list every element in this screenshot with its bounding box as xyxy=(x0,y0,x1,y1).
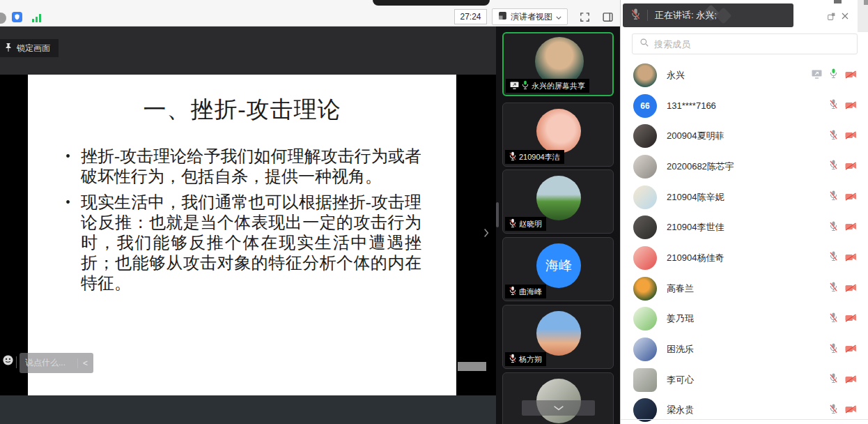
avatar xyxy=(633,277,657,301)
tile-label: 杨方朔 xyxy=(505,352,546,366)
mic-muted-icon[interactable] xyxy=(830,160,837,173)
camera-off-icon[interactable] xyxy=(845,191,857,204)
member-row[interactable]: 210904李世佳 xyxy=(621,212,868,243)
chevron-down-icon xyxy=(556,12,561,22)
member-row[interactable]: 困洗乐 xyxy=(621,334,868,365)
avatar xyxy=(633,368,657,392)
member-row[interactable]: 高春兰 xyxy=(621,273,868,304)
mic-muted-icon[interactable] xyxy=(830,312,837,326)
tile-name: 永兴的屏幕共享 xyxy=(532,81,585,91)
panel-footer-divider xyxy=(621,419,868,420)
member-row[interactable]: 李可心 xyxy=(621,365,868,395)
video-tile[interactable]: 赵晓明 xyxy=(502,169,614,234)
meeting-window: 27:24 演讲者视图 锁定画面 一、挫折-攻击理论 挫折-攻击理论给予我们如何… xyxy=(0,0,868,424)
search-input[interactable] xyxy=(654,39,850,50)
chat-collapse-icon[interactable]: < xyxy=(83,358,88,368)
banner-divider xyxy=(647,10,648,21)
mic-on-icon[interactable] xyxy=(830,68,837,82)
mic-muted-icon[interactable] xyxy=(830,99,837,112)
chat-input[interactable]: 说点什么... < xyxy=(20,353,93,373)
member-row[interactable]: 210904陈辛妮 xyxy=(621,182,868,213)
mic-muted-icon[interactable] xyxy=(830,221,837,234)
camera-off-icon[interactable] xyxy=(845,312,857,325)
horizontal-scrollbar-thumb[interactable] xyxy=(458,362,486,371)
video-tile[interactable]: 海峰 曲海峰 xyxy=(502,237,614,301)
screen-share-icon xyxy=(510,82,519,91)
mic-muted-icon[interactable] xyxy=(830,282,837,295)
camera-off-icon[interactable] xyxy=(845,160,857,173)
video-tile[interactable]: 杨方朔 xyxy=(502,305,614,369)
slide-title: 一、挫折-攻击理论 xyxy=(28,75,456,126)
camera-off-icon[interactable] xyxy=(845,130,857,142)
camera-off-icon[interactable] xyxy=(845,404,857,416)
screen-share-icon xyxy=(812,69,822,82)
tile-label: 曲海峰 xyxy=(505,285,546,298)
fullscreen-button[interactable] xyxy=(576,8,593,25)
member-row[interactable]: 210904杨佳奇 xyxy=(621,243,868,273)
slide-bullet: 挫折-攻击理论给予我们如何理解攻击行为或者破坏性行为，包括自杀，提供一种视角。 xyxy=(64,146,421,187)
mic-muted-icon[interactable] xyxy=(830,251,837,264)
member-name: 高春兰 xyxy=(667,282,830,295)
member-name: 210904杨佳奇 xyxy=(667,252,830,264)
scroll-down-button[interactable] xyxy=(522,400,595,416)
member-search-box[interactable] xyxy=(632,33,858,54)
presentation-slide: 一、挫折-攻击理论 挫折-攻击理论给予我们如何理解攻击行为或者破坏性行为，包括自… xyxy=(28,75,456,395)
video-filmstrip: 永兴的屏幕共享 210904李洁 赵晓明 海峰 曲海峰 xyxy=(496,26,620,424)
member-row[interactable]: 姜乃琨 xyxy=(621,304,868,335)
avatar xyxy=(536,311,581,356)
video-tile[interactable] xyxy=(502,372,614,424)
camera-off-icon[interactable] xyxy=(845,100,857,112)
mic-muted-icon[interactable] xyxy=(830,190,837,204)
mic-muted-icon xyxy=(509,354,516,365)
layout-icon xyxy=(498,11,507,22)
mic-muted-icon[interactable] xyxy=(830,404,837,417)
camera-off-icon[interactable] xyxy=(845,343,857,356)
member-row[interactable]: 永兴 xyxy=(621,60,868,91)
member-name: 姜乃琨 xyxy=(667,312,830,325)
popout-window-icon[interactable] xyxy=(827,11,836,24)
camera-off-icon[interactable] xyxy=(845,282,857,295)
mic-muted-icon xyxy=(509,286,516,297)
video-tile[interactable]: 210904李洁 xyxy=(502,103,614,167)
expand-panel-chevron[interactable] xyxy=(483,228,489,241)
member-name: 131****7166 xyxy=(667,100,830,111)
slide-bullet-list: 挫折-攻击理论给予我们如何理解攻击行为或者破坏性行为，包括自杀，提供一种视角。 … xyxy=(64,146,421,294)
lock-view-button[interactable]: 锁定画面 xyxy=(0,39,59,57)
stage-top-bar: 锁定画面 xyxy=(0,26,496,75)
video-tile-active-speaker[interactable]: 永兴的屏幕共享 xyxy=(502,32,614,96)
member-row[interactable]: 200904夏明菲 xyxy=(621,121,868,151)
record-icon[interactable] xyxy=(0,13,6,24)
search-icon xyxy=(640,38,649,50)
network-signal-icon[interactable] xyxy=(31,13,42,26)
mic-muted-icon[interactable] xyxy=(830,373,837,386)
toggle-sidebar-button[interactable] xyxy=(599,8,616,25)
pin-icon xyxy=(4,43,13,54)
member-name: 20200682陈芯宇 xyxy=(667,160,830,173)
chat-placeholder: 说点什么... xyxy=(25,357,75,369)
mic-muted-icon[interactable] xyxy=(830,343,837,356)
member-row[interactable]: 20200682陈芯宇 xyxy=(621,151,868,182)
avatar xyxy=(633,338,657,361)
tile-label: 赵晓明 xyxy=(505,217,546,231)
member-panel: 正在讲话: 永兴; 永兴 66 13 xyxy=(620,0,868,424)
close-icon[interactable] xyxy=(841,10,849,23)
tile-name: 杨方朔 xyxy=(519,354,542,365)
slide-bullet: 现实生活中，我们通常也可以根据挫折-攻击理论反推：也就是当个体表现出一定的攻击行… xyxy=(64,192,421,294)
emoji-icon[interactable] xyxy=(2,354,14,369)
camera-off-icon[interactable] xyxy=(845,221,857,234)
member-list: 永兴 66 131****7166 200904夏明菲 xyxy=(621,60,868,424)
window-chrome-fragment xyxy=(834,0,842,3)
mic-muted-icon[interactable] xyxy=(830,130,837,143)
security-shield-icon[interactable] xyxy=(12,12,22,25)
filmstrip-resize-handle[interactable] xyxy=(496,202,499,227)
member-row[interactable]: 66 131****7166 xyxy=(621,91,868,121)
stage-bottom-bar xyxy=(0,395,496,424)
member-name: 210904陈辛妮 xyxy=(667,191,830,204)
view-mode-button[interactable]: 演讲者视图 xyxy=(492,8,568,25)
camera-off-icon[interactable] xyxy=(845,374,857,386)
shared-screen-stage: 锁定画面 一、挫折-攻击理论 挫折-攻击理论给予我们如何理解攻击行为或者破坏性行… xyxy=(0,26,496,424)
camera-off-icon[interactable] xyxy=(845,252,857,264)
camera-off-icon[interactable] xyxy=(845,69,857,82)
avatar xyxy=(633,186,657,209)
speaking-banner: 正在讲话: 永兴; xyxy=(623,3,793,27)
